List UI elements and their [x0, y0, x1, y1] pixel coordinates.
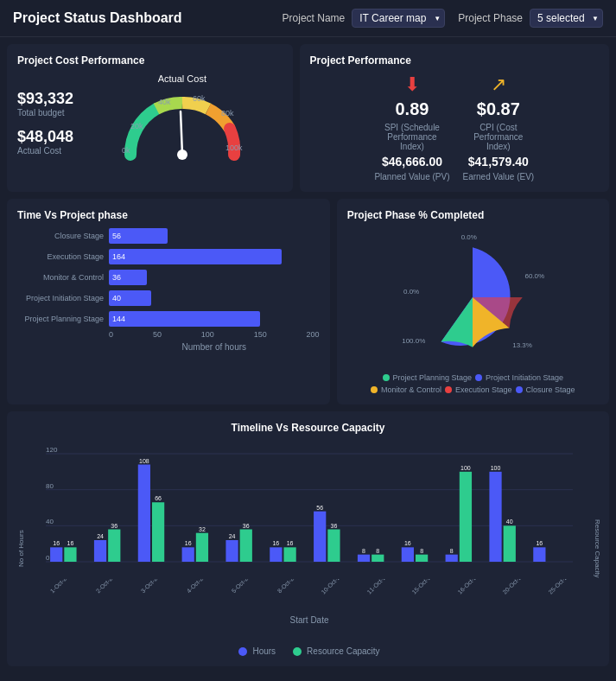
- total-budget-amount: $93,332: [17, 90, 73, 108]
- svg-text:60.0%: 60.0%: [525, 272, 545, 280]
- legend-circle: [293, 647, 302, 656]
- gauge-chart: 0k 20k 40k 60k 80k 100k: [113, 86, 251, 172]
- x-axis-label: 0: [109, 330, 113, 339]
- cpi-label: CPI (Cost Performance Index): [464, 123, 533, 151]
- cost-content: $93,332 Total budget $48,048 Actual Cost…: [17, 73, 283, 172]
- header: Project Status Dashboard Project Name IT…: [0, 0, 616, 37]
- svg-rect-47: [327, 530, 340, 563]
- bar-label: Closure Stage: [17, 232, 104, 240]
- svg-text:8: 8: [450, 548, 454, 554]
- svg-rect-49: [358, 555, 370, 562]
- actual-cost-metric: $48,048 Actual Cost: [17, 128, 73, 156]
- svg-text:0: 0: [46, 554, 50, 562]
- cost-performance-panel: Project Cost Performance $93,332 Total b…: [7, 44, 293, 192]
- perf-panel-title: Project Performance: [310, 54, 599, 67]
- bar-chart-area: Closure Stage56Execution Stage164Monitor…: [17, 228, 320, 327]
- x-axis-label: 200: [307, 330, 320, 339]
- svg-rect-39: [240, 530, 252, 563]
- bar-label: Monitor & Control: [17, 273, 104, 282]
- timeline-x-label: 20-Oct-2019: [498, 579, 534, 600]
- legend-label: Closure Stage: [526, 385, 575, 394]
- svg-text:80: 80: [46, 482, 54, 490]
- bar-label: Execution Stage: [17, 252, 104, 261]
- pie-legend-item: Closure Stage: [516, 385, 575, 394]
- svg-rect-51: [372, 555, 384, 562]
- svg-text:80k: 80k: [221, 109, 234, 118]
- timeline-x-label: 8-Oct-2019: [270, 579, 307, 600]
- bar-fill: 144: [109, 311, 260, 327]
- spi-icon: ⬇: [404, 73, 420, 96]
- bar-track: 36: [109, 270, 320, 285]
- svg-text:0k: 0k: [122, 146, 130, 155]
- ev-amount: $41,579.40: [468, 155, 529, 169]
- project-name-select-wrapper[interactable]: IT Career map: [352, 9, 445, 28]
- actual-cost-label: Actual Cost: [17, 146, 73, 156]
- bar-track: 164: [109, 249, 320, 264]
- svg-text:16: 16: [404, 540, 411, 546]
- bar-label: Project Initiation Stage: [17, 294, 104, 302]
- bar-row: Closure Stage56: [17, 228, 320, 244]
- svg-rect-37: [225, 540, 238, 562]
- bar-fill: 164: [109, 249, 282, 264]
- project-name-select[interactable]: IT Career map: [352, 9, 445, 28]
- project-phase-select[interactable]: 5 selected: [530, 9, 603, 28]
- svg-text:0.0%: 0.0%: [403, 288, 419, 296]
- svg-text:100: 100: [491, 465, 501, 471]
- svg-rect-53: [402, 547, 414, 562]
- bar-value-label: 36: [112, 273, 121, 282]
- svg-text:8: 8: [376, 548, 379, 554]
- pie-area: 0.0% 0.0% 100.0% 60.0% 13.3%: [347, 228, 599, 366]
- timeline-x-label: 25-Oct-2019: [543, 579, 579, 600]
- svg-text:20k: 20k: [130, 122, 143, 130]
- perf-metrics: ⬇ 0.89 SPI (Schedule Performance Index) …: [310, 73, 599, 181]
- project-phase-select-wrapper[interactable]: 5 selected: [530, 9, 603, 28]
- bar-row: Project Planning Stage144: [17, 311, 320, 327]
- main-content: Project Cost Performance $93,332 Total b…: [0, 37, 616, 673]
- performance-panel: Project Performance ⬇ 0.89 SPI (Schedule…: [300, 44, 609, 192]
- legend-dot: [383, 374, 390, 381]
- timeline-chart-with-axes: No of Hours 0408012016162436108661632243…: [17, 441, 599, 656]
- svg-text:66: 66: [155, 495, 162, 501]
- x-axis-labels: 050100150200: [109, 330, 320, 339]
- y-axis-right-label: Resource Capacity: [594, 441, 601, 656]
- bar-track: 40: [109, 290, 320, 306]
- svg-text:40: 40: [46, 518, 54, 525]
- pie-chart-panel: Project Phase % Completed 0.0% 0: [337, 199, 609, 404]
- svg-rect-57: [446, 555, 458, 562]
- x-axis-label: 150: [254, 330, 267, 339]
- bar-fill: 36: [109, 270, 147, 285]
- svg-rect-61: [489, 472, 501, 562]
- bar-track: 144: [109, 311, 320, 327]
- svg-text:8: 8: [420, 548, 423, 554]
- legend-circle: [238, 647, 247, 656]
- cpi-value: $0.87: [477, 99, 520, 119]
- spi-value: 0.89: [395, 99, 429, 119]
- bar-value-label: 56: [112, 232, 121, 240]
- svg-text:100: 100: [460, 465, 471, 471]
- total-budget-metric: $93,332 Total budget: [17, 90, 73, 118]
- project-name-label: Project Name: [283, 12, 346, 24]
- y-axis-left-label: No of Hours: [17, 441, 25, 656]
- row-3: Timeline Vs Resource Capacity No of Hour…: [7, 411, 609, 666]
- timeline-x-label: 4-Oct-2019: [180, 579, 216, 600]
- timeline-x-label: 2-Oct-2019: [89, 579, 125, 600]
- pv-label: Planned Value (PV): [374, 172, 449, 181]
- pie-legend: Project Planning StageProject Initiation…: [347, 373, 599, 394]
- svg-rect-33: [182, 547, 194, 562]
- actual-cost-amount: $48,048: [17, 128, 73, 146]
- timeline-x-label: 1-Oct-2019: [44, 579, 80, 600]
- svg-rect-35: [196, 533, 208, 562]
- timeline-chart-inner: 0408012016162436108661632243616165636881…: [29, 441, 590, 656]
- legend-dot: [445, 386, 452, 393]
- cost-values: $93,332 Total budget $48,048 Actual Cost: [17, 90, 73, 156]
- svg-rect-21: [50, 547, 62, 562]
- svg-text:40: 40: [506, 519, 513, 525]
- svg-text:16: 16: [53, 540, 60, 546]
- svg-point-1: [177, 150, 187, 160]
- x-axis-label: 100: [201, 330, 214, 339]
- svg-rect-45: [314, 512, 326, 562]
- timeline-x-label: 3-Oct-2019: [135, 579, 171, 600]
- svg-text:36: 36: [111, 523, 117, 529]
- bar-value-label: 144: [112, 315, 125, 323]
- svg-text:0.0%: 0.0%: [461, 233, 477, 241]
